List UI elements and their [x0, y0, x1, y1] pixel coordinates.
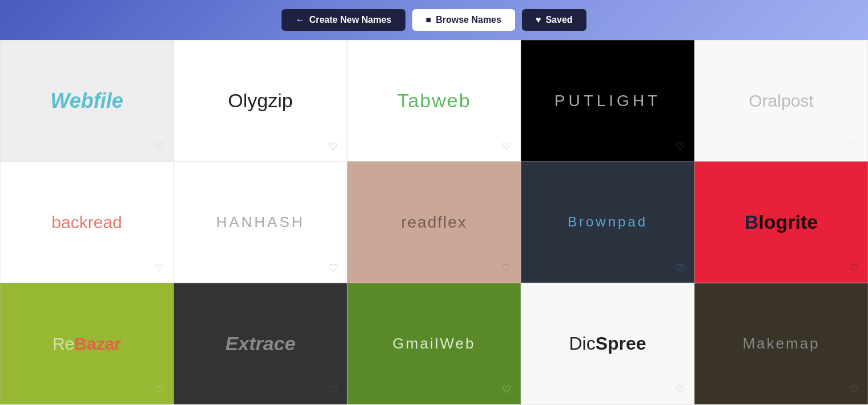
card-name-makemap: Makemap [737, 329, 825, 358]
heart-extrace[interactable]: ♡ [328, 383, 337, 396]
card-makemap: Makemap ♡ [694, 283, 868, 404]
card-name-brownpad: Brownpad [562, 208, 653, 236]
card-name-gmailweb: GmailWeb [387, 329, 481, 358]
heart-olygzip[interactable]: ♡ [328, 140, 337, 153]
saved-label: Saved [545, 15, 572, 25]
heart-readflex[interactable]: ♡ [502, 262, 511, 274]
card-gmailweb: GmailWeb ♡ [347, 283, 521, 404]
create-new-names-label: Create New Names [309, 15, 391, 25]
heart-oralpost[interactable]: ♡ [849, 140, 858, 153]
card-webfile: Webfile ♡ [0, 40, 174, 161]
card-putlight: PUTLIGHT ♡ [521, 40, 694, 161]
saved-button[interactable]: ♥ Saved [522, 9, 586, 31]
heart-makemap[interactable]: ♡ [849, 383, 858, 396]
grid-icon: ■ [426, 15, 432, 25]
heart-blogrite[interactable]: ♡ [849, 262, 858, 274]
card-name-extrace: Extrace [220, 326, 302, 361]
card-name-webfile: Webfile [45, 83, 128, 119]
heart-filled-icon: ♥ [536, 15, 541, 25]
browse-names-label: Browse Names [436, 15, 501, 25]
card-hanhash: HANHASH ♡ [174, 161, 347, 283]
card-dicspree: DicSpree ♡ [521, 283, 694, 404]
browse-names-button[interactable]: ■ Browse Names [412, 9, 515, 31]
heart-dicspree[interactable]: ♡ [676, 383, 685, 396]
heart-webfile[interactable]: ♡ [155, 140, 164, 153]
card-name-rebazar: ReBazar [47, 328, 127, 360]
create-new-names-button[interactable]: ← Create New Names [282, 9, 405, 31]
card-extrace: Extrace ♡ [174, 283, 347, 404]
card-name-backread: backread [46, 206, 127, 238]
card-backread: backread ♡ [0, 161, 174, 283]
card-olygzip: Olygzip ♡ [174, 40, 347, 161]
card-name-readflex: readflex [395, 207, 473, 238]
heart-gmailweb[interactable]: ♡ [502, 383, 511, 396]
card-name-hanhash: HANHASH [210, 208, 310, 237]
card-name-blogrite: Blogrite [739, 205, 823, 240]
header: ← Create New Names ■ Browse Names ♥ Save… [0, 0, 868, 40]
card-oralpost: Oralpost ♡ [694, 40, 868, 161]
heart-tabweb[interactable]: ♡ [502, 140, 511, 153]
card-name-putlight: PUTLIGHT [549, 86, 666, 116]
heart-backread[interactable]: ♡ [155, 262, 164, 274]
card-name-tabweb: Tabweb [391, 83, 476, 118]
card-blogrite: Blogrite ♡ [694, 161, 868, 283]
card-name-dicspree: DicSpree [563, 327, 652, 360]
card-name-oralpost: Oralpost [743, 85, 819, 117]
heart-putlight[interactable]: ♡ [676, 140, 685, 153]
arrow-left-icon: ← [295, 15, 304, 25]
heart-hanhash[interactable]: ♡ [328, 262, 337, 274]
names-grid: Webfile ♡ Olygzip ♡ Tabweb ♡ PUTLIGHT ♡ … [0, 40, 868, 404]
card-name-olygzip: Olygzip [222, 83, 298, 118]
card-tabweb: Tabweb ♡ [347, 40, 521, 161]
card-readflex: readflex ♡ [347, 161, 521, 283]
heart-brownpad[interactable]: ♡ [676, 262, 685, 274]
heart-rebazar[interactable]: ♡ [155, 383, 164, 396]
card-brownpad: Brownpad ♡ [521, 161, 694, 283]
card-rebazar: ReBazar ♡ [0, 283, 174, 404]
